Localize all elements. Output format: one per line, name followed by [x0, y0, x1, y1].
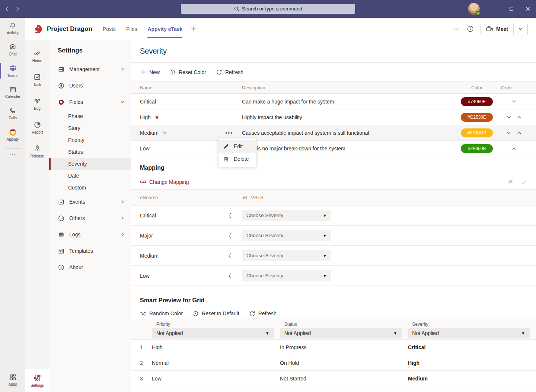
priority-value: Normal	[152, 360, 280, 366]
filter-priority: Priority Not Applied ▼	[152, 321, 274, 339]
module-item-report[interactable]: Report	[25, 115, 49, 139]
change-mapping-actions	[507, 179, 527, 185]
move-up-icon[interactable]	[516, 130, 522, 136]
color-chip[interactable]: #FDB813	[461, 128, 493, 137]
move-down-icon[interactable]	[506, 130, 512, 136]
delete-menu-item[interactable]: Delete	[218, 153, 256, 165]
move-up-icon[interactable]	[511, 146, 517, 152]
reset-to-default-button[interactable]: Reset to Default	[192, 310, 239, 317]
severity-row-critical[interactable]: Critical Can make a huge impact for the …	[131, 94, 536, 109]
new-button[interactable]: New	[140, 69, 160, 75]
chevron-right-icon	[120, 232, 125, 237]
priority-filter-dropdown[interactable]: Not Applied ▼	[152, 328, 274, 338]
reset-icon	[169, 69, 176, 75]
choose-severity-dropdown[interactable]: Choose Severity ▼	[242, 230, 331, 241]
nav-label: Logs	[69, 232, 80, 238]
more-options-button[interactable]	[453, 26, 460, 32]
settings-sliders-icon	[33, 373, 42, 382]
meet-dropdown-button[interactable]	[513, 23, 527, 35]
sidebar-item-calls[interactable]: Calls	[0, 103, 25, 124]
settings-nav-phase[interactable]: Phase	[49, 110, 131, 122]
choose-severity-dropdown[interactable]: Choose Severity ▼	[242, 250, 331, 261]
module-item-home[interactable]: Home	[25, 44, 49, 68]
sidebar-item-apps[interactable]: Apps	[0, 369, 25, 391]
settings-nav-status[interactable]: Status	[49, 146, 131, 158]
settings-nav-logs[interactable]: LOG Logs	[49, 226, 131, 243]
settings-nav-fields[interactable]: Fields	[49, 94, 131, 110]
rail-label: Teams	[7, 74, 18, 78]
sidebar-item-teams[interactable]: Teams	[0, 60, 25, 82]
color-chip[interactable]: #2F950B	[461, 144, 493, 153]
random-color-button[interactable]: Random Color	[140, 310, 183, 317]
avatar[interactable]: ✓	[468, 3, 480, 15]
minimize-button[interactable]	[487, 0, 503, 18]
module-item-bug[interactable]: Bug	[25, 92, 49, 115]
settings-nav-events[interactable]: Events	[49, 194, 131, 210]
tab-appvity-etask[interactable]: Appvity eTask	[147, 18, 182, 40]
choose-severity-dropdown[interactable]: Choose Severity ▼	[242, 210, 331, 221]
move-up-icon[interactable]	[516, 114, 522, 120]
mapping-title: Mapping	[140, 165, 165, 171]
sidebar-item-activity[interactable]: Activity	[0, 18, 25, 39]
preview-refresh-button[interactable]: Refresh	[249, 310, 277, 317]
change-mapping-button[interactable]: Change Mapping	[140, 179, 189, 185]
add-tab-button[interactable]	[191, 26, 197, 32]
close-icon: ✕	[525, 6, 530, 12]
caret-down-icon: ▼	[323, 254, 327, 258]
settings-nav-priority[interactable]: Priority	[49, 134, 131, 146]
ellipsis-icon	[453, 26, 460, 32]
settings-nav-custom[interactable]: Custom	[49, 182, 131, 194]
refresh-button[interactable]: Refresh	[216, 69, 243, 75]
star-icon[interactable]: ★	[162, 130, 167, 136]
more-apps-button[interactable]	[0, 149, 25, 160]
severity-row-medium[interactable]: Medium ★ ••• Causes acceptable impact an…	[131, 125, 536, 141]
settings-nav-templates[interactable]: Templates	[49, 243, 131, 259]
row-menu-button[interactable]: •••	[225, 130, 233, 136]
settings-nav-date[interactable]: Date	[49, 170, 131, 182]
default-star-icon[interactable]: ★	[154, 114, 159, 121]
col-esource: eSource	[140, 195, 227, 200]
meet-button[interactable]: Meet	[481, 23, 513, 35]
severity-row-low[interactable]: Low There is no major break-down for the…	[131, 141, 536, 156]
sidebar-item-appvity[interactable]: Appvity	[0, 124, 25, 145]
forward-icon[interactable]	[15, 6, 20, 12]
mapping-row-medium: Medium Choose Severity ▼	[131, 246, 536, 266]
module-item-release[interactable]: Release	[25, 139, 49, 163]
tab-files[interactable]: Files	[126, 18, 137, 40]
settings-nav-users[interactable]: Users	[49, 77, 131, 94]
settings-nav-about[interactable]: About	[49, 259, 131, 275]
search-input[interactable]: Search or type a command	[181, 4, 355, 14]
confirm-icon[interactable]	[520, 179, 527, 185]
back-icon[interactable]	[4, 6, 10, 12]
settings-nav-story[interactable]: Story	[49, 122, 131, 134]
severity-filter-dropdown[interactable]: Not Applied ▼	[408, 328, 530, 338]
settings-nav-others[interactable]: Others	[49, 210, 131, 226]
tab-posts[interactable]: Posts	[103, 18, 116, 40]
rail-label: Calender	[5, 95, 20, 99]
cancel-icon[interactable]	[507, 179, 514, 185]
severity-description: Highly impact the usability	[242, 114, 453, 120]
maximize-button[interactable]	[503, 0, 520, 18]
module-item-task[interactable]: Task	[25, 68, 49, 92]
info-button[interactable]	[467, 25, 474, 32]
sidebar-item-calendar[interactable]: Calender	[0, 82, 25, 103]
edit-menu-item[interactable]: Edit	[218, 140, 256, 153]
severity-row-high[interactable]: High ★ Highly impact the usability #C253…	[131, 109, 536, 125]
close-button[interactable]: ✕	[520, 0, 536, 18]
log-icon: LOG	[58, 231, 65, 238]
reset-color-button[interactable]: Reset Color	[169, 69, 206, 75]
settings-nav-management[interactable]: Management	[49, 61, 131, 77]
module-item-settings[interactable]: Settings	[25, 369, 49, 392]
nav-label: Templates	[69, 248, 93, 254]
color-chip[interactable]: #74060E	[461, 97, 493, 106]
move-down-icon[interactable]	[511, 99, 517, 105]
color-chip[interactable]: #C2530E	[461, 113, 493, 122]
choose-severity-dropdown[interactable]: Choose Severity ▼	[242, 270, 331, 281]
filter-label: Severity	[412, 322, 530, 327]
status-filter-dropdown[interactable]: Not Applied ▼	[280, 328, 402, 338]
move-down-icon[interactable]	[506, 114, 512, 120]
sidebar-item-chat[interactable]: Chat	[0, 39, 25, 60]
task-check-icon	[33, 73, 42, 81]
settings-nav-severity[interactable]: Severity	[49, 158, 131, 170]
reset-icon	[192, 310, 199, 317]
